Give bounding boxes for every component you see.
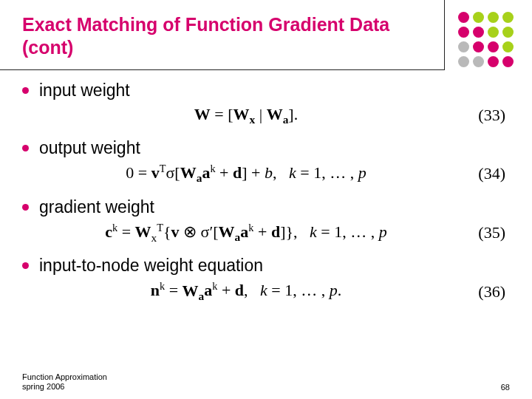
bullet-item-head: input-to-node weight equation [22, 256, 510, 276]
content-area: input weightW = [Wx | Wa].(33)output wei… [0, 66, 532, 311]
bullet-item-head: gradient weight [22, 197, 510, 217]
bullet-item: output weight0 = vTσ[Waak + d] + b, k = … [22, 138, 510, 193]
decorative-dot [473, 12, 484, 23]
equation-number: (35) [470, 223, 510, 242]
slide-title: Exact Matching of Function Gradient Data… [22, 13, 399, 60]
decorative-dot [488, 56, 499, 67]
decorative-dot [502, 56, 514, 67]
decorative-dot [458, 27, 469, 38]
decorative-dot-grid [458, 12, 514, 68]
decorative-dot [488, 41, 499, 52]
decorative-dot [502, 27, 514, 38]
equation-wrap: ck = WxT{v ⊗ σ′[Waak + d]}, k = 1, … , p [22, 222, 470, 245]
equation-row: nk = Waak + d, k = 1, … , p.(36) [22, 276, 510, 310]
equation-number: (34) [470, 164, 510, 183]
decorative-dot [488, 27, 499, 38]
bullet-item: gradient weightck = WxT{v ⊗ σ′[Waak + d]… [22, 197, 510, 252]
decorative-dot [473, 41, 484, 52]
decorative-dot [458, 41, 469, 52]
bullet-label: input weight [39, 81, 130, 100]
footer-text-line2: spring 2006 [22, 382, 107, 392]
decorative-dot [488, 12, 499, 23]
equation-number: (36) [470, 282, 510, 301]
equation-wrap: nk = Waak + d, k = 1, … , p. [22, 280, 470, 303]
footer: Function Approximation spring 2006 68 [22, 372, 510, 392]
footer-text-line1: Function Approximation [22, 372, 107, 382]
bullet-icon [22, 145, 29, 151]
bullet-label: output weight [39, 138, 140, 158]
bullet-item: input weightW = [Wx | Wa].(33) [22, 81, 510, 134]
page-number: 68 [501, 383, 510, 392]
title-area: Exact Matching of Function Gradient Data… [0, 0, 532, 66]
decorative-dot [473, 56, 484, 67]
decorative-dot [458, 56, 469, 67]
equation: ck = WxT{v ⊗ σ′[Waak + d]}, k = 1, … , p [105, 222, 386, 245]
decorative-dot [473, 27, 484, 38]
footer-left: Function Approximation spring 2006 [22, 372, 107, 392]
equation-row: 0 = vTσ[Waak + d] + b, k = 1, … , p(34) [22, 158, 510, 193]
equation-wrap: 0 = vTσ[Waak + d] + b, k = 1, … , p [22, 163, 470, 185]
bullet-label: input-to-node weight equation [39, 256, 263, 276]
equation-row: W = [Wx | Wa].(33) [22, 100, 510, 134]
bullet-icon [22, 262, 29, 269]
bullet-item: input-to-node weight equationnk = Waak +… [22, 256, 510, 310]
equation-wrap: W = [Wx | Wa]. [22, 105, 470, 126]
decorative-dot [502, 41, 514, 52]
equation-number: (33) [470, 106, 510, 125]
equation: nk = Waak + d, k = 1, … , p. [151, 280, 342, 303]
decorative-dot [458, 12, 469, 23]
bullet-icon [22, 87, 29, 94]
equation: W = [Wx | Wa]. [194, 105, 298, 126]
bullet-label: gradient weight [39, 197, 154, 217]
bullet-item-head: input weight [22, 81, 510, 100]
equation-row: ck = WxT{v ⊗ σ′[Waak + d]}, k = 1, … , p… [22, 217, 510, 252]
equation: 0 = vTσ[Waak + d] + b, k = 1, … , p [126, 163, 366, 185]
bullet-item-head: output weight [22, 138, 510, 158]
decorative-dot [502, 12, 514, 23]
bullet-icon [22, 204, 29, 211]
